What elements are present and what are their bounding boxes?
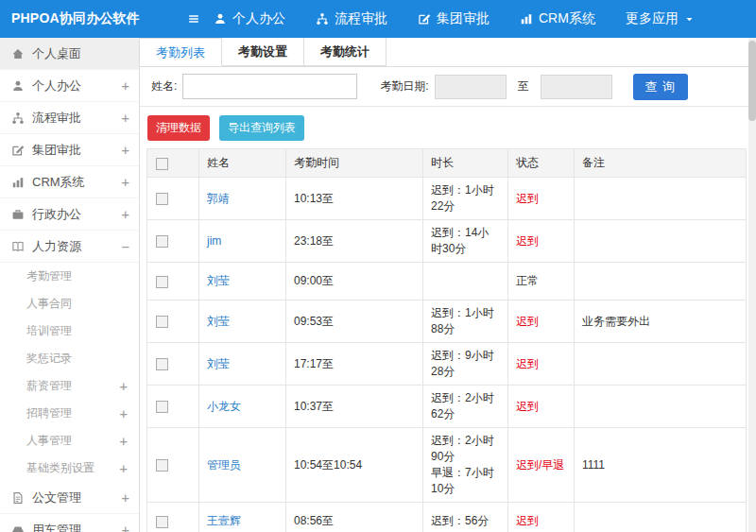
expand-toggle[interactable]: + [122,490,129,506]
sidebar-subitem[interactable]: 招聘管理+ [0,400,139,427]
employee-name-link[interactable]: 管理员 [207,458,241,472]
expand-toggle[interactable]: + [122,78,129,94]
status-cell: 迟到 [508,386,575,428]
nav-item[interactable]: CRM系统 [520,10,595,27]
employee-name-link[interactable]: 小龙女 [207,400,241,413]
tab[interactable]: 考勤列表 [140,38,222,66]
sidebar-subitem[interactable]: 人事管理+ [0,427,139,455]
nav-item-label: 流程审批 [335,10,387,27]
tab[interactable]: 考勤统计 [304,38,387,66]
duration-line: 迟到：2小时90分 [431,433,500,465]
date-from-input[interactable] [435,75,507,99]
row-checkbox[interactable] [156,316,168,328]
clean-data-button[interactable]: 清理数据 [147,115,210,141]
row-checkbox[interactable] [156,401,168,413]
edit-icon [418,12,431,26]
home-icon [11,47,25,60]
employee-name-link[interactable]: jim [207,234,221,248]
employee-name-link[interactable]: 刘莹 [207,274,230,287]
tab[interactable]: 考勤设置 [222,38,304,66]
menu-button[interactable] [187,12,200,26]
row-checkbox[interactable] [156,193,168,205]
status-cell: 迟到 [508,178,575,220]
app-logo: PHPOA协同办公软件 [0,10,140,27]
sidebar-menu: 个人桌面个人办公+流程审批+集团审批+CRM系统+行政办公+人力资源−考勤管理人… [0,38,139,532]
sidebar-item-label: 个人桌面 [32,45,129,62]
name-cell: 刘莹 [199,343,286,386]
expand-toggle[interactable]: + [122,175,129,190]
doc-icon [11,491,25,505]
sidebar-item[interactable]: 个人办公+ [0,70,139,102]
row-checkbox[interactable] [156,276,168,288]
nav-item[interactable]: 更多应用 [626,10,695,27]
row-checkbox[interactable] [156,459,168,472]
sidebar-item[interactable]: CRM系统+ [0,166,139,198]
expand-toggle[interactable]: + [122,207,129,222]
expand-toggle[interactable]: + [120,406,128,421]
time-cell: 09:53至 [286,300,423,343]
duration-cell: 迟到：2小时62分 [423,386,508,428]
status-text: 迟到 [516,192,539,205]
scrollbar[interactable] [748,38,756,532]
sidebar-subitem-label: 薪资管理 [26,378,120,394]
checkbox-cell [147,503,199,532]
sidebar-subitem[interactable]: 培训管理 [0,317,139,345]
table-row: jim23:18至迟到：14小时30分迟到 [147,220,747,263]
date-to-input[interactable] [541,75,612,99]
name-filter-input[interactable] [182,74,357,99]
sidebar-subitem-label: 招聘管理 [26,405,120,421]
sidebar-subitem[interactable]: 薪资管理+ [0,372,139,400]
status-text: 迟到/早退 [516,458,564,472]
row-checkbox[interactable] [156,358,168,370]
column-header: 考勤时间 [286,149,423,178]
person-icon [214,12,227,26]
time-cell: 09:00至 [286,263,423,300]
nav-item[interactable]: 流程审批 [316,10,387,27]
sidebar-item[interactable]: 人力资源− [0,231,139,263]
sidebar-subitem-label: 人事合同 [26,296,128,312]
search-button[interactable]: 查 询 [633,74,688,100]
edit-icon [11,144,25,157]
sidebar-subitem[interactable]: 基础类别设置+ [0,455,139,482]
sidebar-subitem[interactable]: 奖惩记录 [0,345,139,372]
select-all-checkbox[interactable] [156,158,168,170]
employee-name-link[interactable]: 郭靖 [207,192,230,205]
status-text: 迟到 [516,315,539,328]
time-cell: 17:17至 [286,343,423,386]
row-checkbox[interactable] [156,235,168,248]
status-text: 迟到 [516,400,539,413]
sidebar-item[interactable]: 公文管理+ [0,482,139,514]
scrollbar-thumb[interactable] [748,41,756,121]
chart-icon [11,176,25,189]
expand-toggle[interactable]: + [120,461,128,476]
sidebar-subitem[interactable]: 考勤管理 [0,263,139,290]
sidebar-item[interactable]: 个人桌面 [0,38,139,70]
checkbox-cell [147,178,199,220]
sidebar-item[interactable]: 行政办公+ [0,198,139,231]
note-cell [575,503,747,532]
note-cell: 1111 [575,428,747,503]
nav-item[interactable]: 集团审批 [418,10,490,27]
expand-toggle[interactable]: − [122,239,129,254]
employee-name-link[interactable]: 刘莹 [207,315,230,328]
expand-toggle[interactable]: + [122,111,129,126]
expand-toggle[interactable]: + [120,379,128,394]
sidebar-subitem[interactable]: 人事合同 [0,290,139,317]
sidebar-item[interactable]: 用车管理+ [0,514,139,532]
employee-name-link[interactable]: 王壹辉 [207,514,241,527]
expand-toggle[interactable]: + [122,523,129,532]
sidebar-item-label: 公文管理 [32,489,122,506]
time-cell: 10:54至10:54 [286,428,423,503]
row-checkbox[interactable] [156,516,168,528]
nav-item[interactable]: 个人办公 [214,10,285,27]
expand-toggle[interactable]: + [122,143,129,158]
employee-name-link[interactable]: 刘莹 [207,357,230,370]
briefcase-icon [11,208,25,221]
table-row: 刘莹17:17至迟到：9小时28分迟到 [147,343,747,386]
export-list-button[interactable]: 导出查询列表 [219,115,304,141]
sidebar-item[interactable]: 流程审批+ [0,102,139,134]
status-cell: 迟到 [508,503,575,532]
sidebar-item[interactable]: 集团审批+ [0,134,139,166]
expand-toggle[interactable]: + [120,434,128,449]
table-row: 管理员10:54至10:54迟到：2小时90分早退：7小时10分迟到/早退111… [147,428,747,503]
